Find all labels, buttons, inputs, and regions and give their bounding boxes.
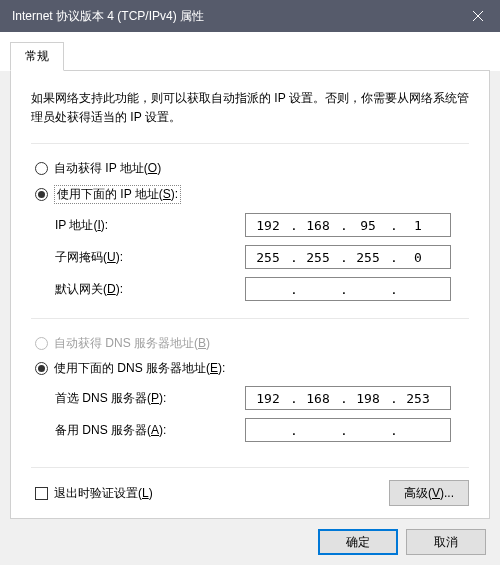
ip-octet-4[interactable] <box>396 282 440 297</box>
ip-config-group: 自动获得 IP 地址(O) 使用下面的 IP 地址(S): IP 地址(I): … <box>31 143 469 318</box>
primary-dns-input[interactable]: . . . <box>245 386 451 410</box>
ip-octet-1[interactable] <box>246 423 290 438</box>
alt-dns-input[interactable]: . . . <box>245 418 451 442</box>
close-button[interactable] <box>456 0 500 32</box>
window-title: Internet 协议版本 4 (TCP/IPv4) 属性 <box>12 8 204 25</box>
default-gateway-input[interactable]: . . . <box>245 277 451 301</box>
field-label: 备用 DNS 服务器(A): <box>55 422 245 439</box>
ip-octet-2[interactable] <box>296 282 340 297</box>
field-subnet-mask: 子网掩码(U): . . . <box>55 244 465 270</box>
field-ip-address: IP 地址(I): . . . <box>55 212 465 238</box>
ip-octet-1[interactable] <box>246 250 290 265</box>
ip-octet-1[interactable] <box>246 391 290 406</box>
field-default-gateway: 默认网关(D): . . . <box>55 276 465 302</box>
radio-icon <box>35 337 48 350</box>
ip-octet-3[interactable] <box>346 423 390 438</box>
ip-octet-2[interactable] <box>296 391 340 406</box>
ip-octet-3[interactable] <box>346 391 390 406</box>
radio-manual-dns[interactable]: 使用下面的 DNS 服务器地址(E): <box>35 360 465 377</box>
bottom-row: 退出时验证设置(L) 高级(V)... <box>31 467 469 506</box>
ip-octet-2[interactable] <box>296 423 340 438</box>
radio-icon <box>35 362 48 375</box>
radio-icon <box>35 188 48 201</box>
ip-octet-3[interactable] <box>346 218 390 233</box>
radio-auto-dns: 自动获得 DNS 服务器地址(B) <box>35 335 465 352</box>
cancel-button[interactable]: 取消 <box>406 529 486 555</box>
radio-label: 使用下面的 IP 地址(S): <box>54 185 181 204</box>
subnet-mask-input[interactable]: . . . <box>245 245 451 269</box>
field-primary-dns: 首选 DNS 服务器(P): . . . <box>55 385 465 411</box>
radio-label: 使用下面的 DNS 服务器地址(E): <box>54 360 225 377</box>
field-label: 首选 DNS 服务器(P): <box>55 390 245 407</box>
advanced-button[interactable]: 高级(V)... <box>389 480 469 506</box>
ip-octet-1[interactable] <box>246 282 290 297</box>
ip-octet-1[interactable] <box>246 218 290 233</box>
ip-octet-4[interactable] <box>396 218 440 233</box>
ip-octet-3[interactable] <box>346 282 390 297</box>
ip-octet-3[interactable] <box>346 250 390 265</box>
radio-icon <box>35 162 48 175</box>
field-label: 子网掩码(U): <box>55 249 245 266</box>
radio-manual-ip[interactable]: 使用下面的 IP 地址(S): <box>35 185 465 204</box>
radio-label: 自动获得 DNS 服务器地址(B) <box>54 335 210 352</box>
dns-config-group: 自动获得 DNS 服务器地址(B) 使用下面的 DNS 服务器地址(E): 首选… <box>31 318 469 459</box>
ip-octet-2[interactable] <box>296 218 340 233</box>
field-label: 默认网关(D): <box>55 281 245 298</box>
tab-strip: 常规 <box>0 32 500 71</box>
description-text: 如果网络支持此功能，则可以获取自动指派的 IP 设置。否则，你需要从网络系统管理… <box>31 89 469 127</box>
titlebar: Internet 协议版本 4 (TCP/IPv4) 属性 <box>0 0 500 32</box>
ip-address-input[interactable]: . . . <box>245 213 451 237</box>
ip-octet-4[interactable] <box>396 423 440 438</box>
tab-content: 如果网络支持此功能，则可以获取自动指派的 IP 设置。否则，你需要从网络系统管理… <box>10 71 490 519</box>
close-icon <box>473 11 483 21</box>
checkbox-label: 退出时验证设置(L) <box>54 485 153 502</box>
ip-octet-4[interactable] <box>396 391 440 406</box>
field-label: IP 地址(I): <box>55 217 245 234</box>
field-alt-dns: 备用 DNS 服务器(A): . . . <box>55 417 465 443</box>
ip-octet-2[interactable] <box>296 250 340 265</box>
checkbox-icon <box>35 487 48 500</box>
tab-general[interactable]: 常规 <box>10 42 64 71</box>
dialog-footer: 确定 取消 <box>0 529 500 565</box>
ip-octet-4[interactable] <box>396 250 440 265</box>
radio-auto-ip[interactable]: 自动获得 IP 地址(O) <box>35 160 465 177</box>
validate-checkbox[interactable]: 退出时验证设置(L) <box>35 485 153 502</box>
radio-label: 自动获得 IP 地址(O) <box>54 160 161 177</box>
ok-button[interactable]: 确定 <box>318 529 398 555</box>
